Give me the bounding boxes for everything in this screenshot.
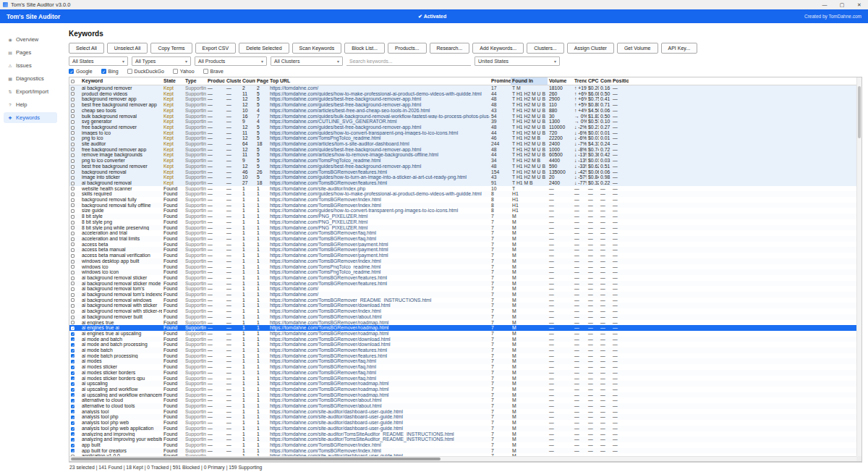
- table-row[interactable]: ai background removalKeptSupporting——271…: [69, 180, 861, 186]
- close-icon[interactable]: ✕: [851, 0, 868, 9]
- sidebar-item-keywords[interactable]: Keywords: [4, 112, 57, 123]
- column-header-trend[interactable]: Trend: [573, 77, 587, 85]
- table-row[interactable]: skills requiredFoundSupporting——11https:…: [69, 191, 861, 197]
- table-row[interactable]: ai background removal sticker modeFoundS…: [69, 281, 861, 287]
- row-checkbox[interactable]: [71, 248, 75, 252]
- table-row[interactable]: ai upscaling and workflowFoundSupporting…: [69, 387, 861, 392]
- row-checkbox[interactable]: [71, 310, 75, 313]
- column-header-type[interactable]: Type: [184, 77, 206, 85]
- export-csv-button[interactable]: Export CSV: [195, 43, 237, 54]
- row-checkbox[interactable]: [71, 337, 75, 341]
- table-row[interactable]: background removal fullyFoundSupporting—…: [69, 197, 861, 203]
- row-checkbox[interactable]: [71, 354, 75, 358]
- table-row[interactable]: ai background removal windowsFoundSuppor…: [69, 298, 861, 303]
- vertical-scrollbar-thumb[interactable]: [858, 86, 861, 138]
- column-header-comp[interactable]: Comp: [599, 77, 611, 85]
- table-row[interactable]: background remover appKeptSupporting——12…: [69, 96, 861, 102]
- engine-bing[interactable]: Bing: [101, 69, 119, 74]
- row-checkbox[interactable]: [71, 92, 75, 96]
- table-row[interactable]: acceleration and trialFoundSupporting——1…: [69, 230, 861, 236]
- row-checkbox[interactable]: [71, 449, 75, 452]
- clusters-button[interactable]: Clusters...: [527, 43, 564, 54]
- column-header-cluster[interactable]: Cluster: [225, 77, 241, 85]
- row-checkbox[interactable]: [71, 304, 75, 308]
- table-row[interactable]: analysis toolFoundSupporting——11https://…: [69, 409, 861, 415]
- column-header-prominence[interactable]: Prominence: [490, 77, 511, 85]
- row-checkbox[interactable]: [71, 153, 75, 157]
- table-row[interactable]: images to icoKeptSupporting——115https://…: [69, 130, 861, 136]
- add-keywords-button[interactable]: Add Keywords...: [472, 43, 524, 54]
- row-checkbox[interactable]: [71, 243, 75, 246]
- table-row[interactable]: ai mode and batch processingFoundSupport…: [69, 342, 861, 347]
- table-row[interactable]: image into stickerKeptSupporting——105htt…: [69, 174, 861, 180]
- api-key-button[interactable]: API Key...: [661, 43, 698, 54]
- table-row[interactable]: product demo videosKeptSupporting——115ht…: [69, 91, 861, 97]
- row-checkbox[interactable]: [71, 416, 75, 419]
- table-row[interactable]: best free background remover appKeptSupp…: [69, 102, 861, 108]
- row-checkbox[interactable]: [71, 148, 75, 151]
- table-row[interactable]: site auditorKeptSupporting——6418https://…: [69, 141, 861, 147]
- table-row[interactable]: ai mode and batchFoundSupporting——11http…: [69, 337, 861, 342]
- row-checkbox[interactable]: [71, 131, 75, 135]
- table-row[interactable]: remove image backgroundsKeptSupporting——…: [69, 152, 861, 158]
- row-checkbox[interactable]: [71, 165, 75, 169]
- row-checkbox[interactable]: [71, 382, 75, 386]
- engine-google[interactable]: Google: [69, 69, 93, 74]
- row-checkbox[interactable]: [71, 203, 75, 207]
- row-checkbox[interactable]: [71, 410, 75, 413]
- table-row[interactable]: access beta manualFoundSupporting——11htt…: [69, 247, 861, 253]
- table-row[interactable]: ai modesFoundSupporting——11https://tomda…: [69, 358, 861, 364]
- search-input[interactable]: [346, 56, 471, 66]
- table-row[interactable]: ai modes sticker bordersFoundSupporting—…: [69, 370, 861, 376]
- row-checkbox[interactable]: [71, 237, 75, 241]
- row-checkbox[interactable]: [71, 371, 75, 375]
- copy-terms-button[interactable]: Copy Terms: [150, 43, 192, 54]
- row-checkbox[interactable]: [71, 104, 75, 107]
- sidebar-item-diagnostics[interactable]: Diagnostics: [4, 73, 57, 84]
- row-checkbox[interactable]: [71, 399, 75, 403]
- table-row[interactable]: size guideFoundSupporting——11https://tom…: [69, 208, 861, 214]
- maximize-icon[interactable]: ▢: [833, 0, 851, 9]
- row-checkbox[interactable]: [71, 98, 75, 101]
- engine-yahoo[interactable]: Yahoo: [173, 69, 195, 74]
- type-filter-select[interactable]: All Types▾: [132, 56, 191, 66]
- table-row[interactable]: ai engines true ai upscalingFoundSupport…: [69, 331, 861, 337]
- table-row[interactable]: background removalKeptSupporting——4626ht…: [69, 169, 861, 175]
- row-checkbox[interactable]: [71, 87, 75, 90]
- row-checkbox[interactable]: [71, 254, 75, 258]
- select-all-checkbox[interactable]: [69, 77, 80, 85]
- table-row[interactable]: ai background removerKeptSupporting——22h…: [69, 85, 861, 91]
- table-row[interactable]: ai engines true aiFoundSupporting——11htt…: [69, 325, 861, 331]
- row-checkbox[interactable]: [71, 444, 75, 447]
- table-row[interactable]: app builtFoundSupporting——11https://tomd…: [69, 442, 861, 448]
- column-header-top-url[interactable]: Top URL: [268, 77, 490, 85]
- column-header-pages[interactable]: Pages: [255, 77, 268, 85]
- sidebar-item-overview[interactable]: Overview: [4, 34, 57, 45]
- sidebar-item-export-import[interactable]: Export/Import: [4, 86, 57, 97]
- row-checkbox[interactable]: [71, 332, 75, 336]
- column-header-volume[interactable]: Volume: [548, 77, 573, 85]
- minimize-icon[interactable]: —: [816, 0, 833, 9]
- table-row[interactable]: free background remover appKeptSupportin…: [69, 147, 861, 153]
- bing-checkbox[interactable]: [101, 69, 106, 74]
- table-row[interactable]: analysis tool phpFoundSupporting——11http…: [69, 414, 861, 420]
- column-header-count[interactable]: Count: [241, 77, 255, 85]
- table-row[interactable]: ai background removal with stickerFoundS…: [69, 303, 861, 308]
- column-header-product[interactable]: Product: [206, 77, 225, 85]
- table-row[interactable]: ai mode batch processingFoundSupporting—…: [69, 353, 861, 359]
- table-row[interactable]: bulk background removalKeptSupporting——1…: [69, 114, 861, 119]
- horizontal-scrollbar-thumb[interactable]: [71, 458, 441, 460]
- assign-cluster-button[interactable]: Assign Cluster: [567, 43, 614, 54]
- table-row[interactable]: free background removerKeptSupporting——1…: [69, 125, 861, 130]
- row-checkbox[interactable]: [71, 282, 75, 285]
- table-row[interactable]: alternative to cloudFoundSupporting——11h…: [69, 397, 861, 403]
- row-checkbox[interactable]: [71, 193, 75, 196]
- unselect-all-button[interactable]: Unselect All: [107, 43, 148, 54]
- row-checkbox[interactable]: [71, 427, 75, 431]
- block-list-button[interactable]: Block List...: [344, 43, 385, 54]
- research-button[interactable]: Research...: [430, 43, 470, 54]
- row-checkbox[interactable]: [71, 438, 75, 442]
- row-checkbox[interactable]: [71, 376, 75, 380]
- table-row[interactable]: ai background removal with sticker-ready…: [69, 308, 861, 314]
- table-row[interactable]: svg generatorKeptSupporting——94https://t…: [69, 119, 861, 125]
